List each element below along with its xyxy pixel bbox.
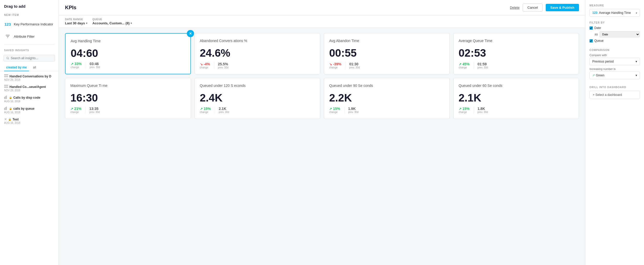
insight-name: 🔒 Calls by disp code (4, 95, 55, 100)
svg-rect-4 (4, 85, 8, 86)
compare-chevron: ▾ (636, 60, 637, 63)
tabs-row: created by me all (0, 63, 59, 72)
kpi-prev-value: 01:30 (349, 62, 359, 66)
kpi-card[interactable]: Queued under 120 S econds 2.4K ↗ 15% cha… (195, 78, 320, 119)
insight-item[interactable]: 🔒 calls by queue AUG 16, 2018 (0, 105, 59, 116)
saved-insights-label: SAVED INSIGHTS (0, 47, 59, 53)
kpi-card-title: Maximum Queue Ti me (70, 83, 186, 88)
kpi-card-value: 2.1K (459, 93, 574, 103)
kpi-card-value: 16:30 (70, 93, 186, 103)
insight-item[interactable]: Handled Conversations by D NOV 29, 2018 (0, 73, 59, 83)
page-title: KPIs (65, 5, 76, 11)
kpi-change-label: change (200, 111, 208, 114)
insight-date: AUG 16, 2018 (4, 111, 55, 114)
kpi-card[interactable]: Avg Abandon Time 00:55 ↘ -39% change 01:… (324, 33, 450, 74)
kpi-card-title: Abandoned Convers ations % (200, 38, 315, 43)
kpi-prev-value: 13:35 (89, 107, 99, 111)
kpi-change-label: change (329, 66, 338, 69)
measure-label: MEASURE (589, 4, 640, 7)
kpi-card[interactable]: Abandoned Convers ations % 24.6% ↘ -4% c… (195, 33, 320, 74)
search-icon (6, 57, 9, 60)
insight-item[interactable]: ✕ 🔒 Test AUG 16, 2018 (0, 116, 59, 126)
filter-label: Attribute Filter (14, 35, 35, 38)
kpi-change-value: ↗ 21% (70, 107, 81, 111)
kpi-card[interactable]: Maximum Queue Ti me 16:30 ↗ 21% change 1… (65, 78, 191, 119)
kpi-grid: ✕ Avg Handling Time 04:60 ↗ 33% change 0… (65, 33, 579, 119)
increasing-select[interactable]: ↗ Green ▾ (589, 72, 640, 79)
sidebar-item-kpi[interactable]: 123 Key Performance Indicator (0, 18, 59, 30)
kpi-card-title: Avg Handling Time (71, 39, 185, 43)
measure-select[interactable]: 123 Average Handling Time ▾ (589, 9, 640, 17)
kpi-card-value: 00:55 (329, 48, 444, 58)
insight-item[interactable]: Handled Co...ueue/Agent NOV 29, 2018 (0, 83, 59, 94)
kpi-prev: 1.9K prev. 30d (344, 107, 359, 114)
kpi-change-value: ↗ 15% (200, 107, 211, 111)
queue-checkbox-row: Queue (589, 39, 640, 43)
kpi-card[interactable]: Queued under 90 Se conds 2.2K ↗ 15% chan… (324, 78, 450, 119)
svg-rect-2 (4, 75, 8, 76)
measure-value: Average Handling Time (599, 11, 631, 15)
kpi-change: ↘ -4% change (200, 62, 210, 69)
save-publish-button[interactable]: Save & Publish (546, 4, 579, 11)
delete-button[interactable]: Delete (510, 6, 520, 9)
insight-icon (4, 106, 8, 111)
search-input[interactable] (11, 56, 52, 60)
search-box[interactable] (4, 55, 55, 62)
date-checkbox-row: Date (589, 26, 640, 30)
kpi-card-footer: ↘ -4% change 25.5% prev. 30d (200, 62, 315, 69)
filter-by-label: FILTER BY (589, 21, 640, 24)
insight-name: Handled Conversations by D (4, 74, 55, 78)
kpi-change-value: ↗ 45% (459, 62, 470, 66)
date-range-chevron: ▾ (86, 22, 87, 25)
sidebar-drag-title: Drag to add (0, 4, 59, 12)
kpi-card-footer: ↗ 15% change 2.1K prev. 30d (200, 107, 315, 114)
kpi-card[interactable]: Average Queue Time 02:53 ↗ 45% change 01… (453, 33, 579, 74)
compare-with-value: Previous period (592, 60, 614, 63)
date-as-select[interactable]: Date (599, 31, 640, 37)
select-dashboard-button[interactable]: + Select a dashboard (589, 91, 640, 99)
tab-all[interactable]: all (31, 65, 38, 71)
filter-icon (4, 33, 11, 40)
kpi-card-value: 02:53 (459, 48, 574, 58)
kpi-change: ↘ -39% change (329, 62, 341, 69)
lock-icon: 🔒 (8, 118, 11, 121)
queue-checkbox-label: Queue (594, 39, 604, 43)
queue-filter: Queue Accounts, Custom... (8) ▾ (92, 18, 132, 25)
date-checkbox[interactable] (589, 26, 593, 30)
kpi-change: ↗ 15% change (459, 107, 470, 114)
compare-with-select[interactable]: Previous period ▾ (589, 58, 640, 65)
kpi-prev-value: 1.8K (477, 107, 485, 111)
insight-name: 🔒 calls by queue (4, 106, 55, 111)
date-range-select[interactable]: Last 30 days ▾ (65, 21, 87, 25)
close-button[interactable]: ✕ (187, 30, 194, 37)
insight-icon (4, 85, 8, 89)
insight-date: AUG 16, 2018 (4, 121, 55, 124)
queue-value: Accounts, Custom... (8) (92, 21, 130, 25)
date-as-row: as Date (595, 31, 640, 37)
kpi-card[interactable]: ✕ Avg Handling Time 04:60 ↗ 33% change 0… (65, 33, 191, 74)
queue-checkbox[interactable] (589, 39, 593, 43)
insight-name: ✕ 🔒 Test (4, 117, 55, 121)
svg-rect-1 (4, 74, 8, 75)
date-checkbox-label: Date (594, 26, 601, 30)
cancel-button[interactable]: Cancel (523, 4, 543, 12)
kpi-prev: 2.1K prev. 30d (215, 107, 229, 114)
kpi-card-footer: ↘ -39% change 01:30 prev. 30d (329, 62, 444, 69)
kpi-change-value: ↗ 33% (71, 62, 82, 66)
comparison-label: COMPARISON (589, 49, 640, 52)
kpi-card[interactable]: Queued under 60 Se conds 2.1K ↗ 15% chan… (453, 78, 579, 119)
svg-rect-6 (4, 87, 8, 88)
insight-item[interactable]: 🔒 Calls by disp code AUG 16, 2018 (0, 94, 59, 105)
measure-chevron: ▾ (636, 12, 637, 14)
header-actions: Delete Cancel Save & Publish (510, 4, 579, 12)
kpi-prev-label: prev. 30d (90, 66, 100, 69)
tab-created-by-me[interactable]: created by me (4, 65, 29, 71)
sidebar-item-filter[interactable]: Attribute Filter (0, 30, 59, 43)
kpi-prev: 01:59 prev. 30d (474, 62, 488, 69)
kpi-prev: 01:30 prev. 30d (346, 62, 360, 69)
kpi-change: ↗ 21% change (70, 107, 81, 114)
queue-select[interactable]: Accounts, Custom... (8) ▾ (92, 21, 132, 25)
kpi-card-value: 24.6% (200, 48, 315, 58)
kpi-change-label: change (70, 111, 79, 114)
kpi-prev-value: 1.9K (348, 107, 356, 111)
